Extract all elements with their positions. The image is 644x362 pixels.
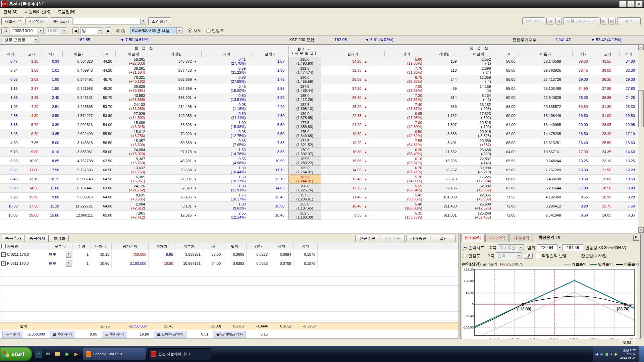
messenger-icon[interactable]: ◉ [63,350,70,358]
tray-icon-4[interactable]: ◆ [614,352,617,356]
chart-settings-icon[interactable]: Ψ [524,253,533,259]
chain-row[interactable]: 5.709.006.103.88595158.0024,984(+15,920)… [0,147,638,157]
pos-col-header[interactable]: 감마 [247,243,270,250]
tray-icon-2[interactable]: ◼ [605,352,608,356]
pnl-analysis-button[interactable]: 손익분석 [522,17,545,25]
restart-button[interactable]: 새로시작 [1,17,24,25]
tray-icon-3[interactable]: ♦ [610,352,612,356]
order-button-3[interactable]: 설정 [432,235,456,242]
chain-row[interactable]: 1.994.202.511.22559853.7024,133(+13,059)… [0,102,638,111]
start-button[interactable]: start [0,347,32,361]
chain-row[interactable]: 1.162.571.500.72198849.2036,829(+20,891)… [0,84,638,93]
chevron-down-icon[interactable]: ▼ [33,37,39,43]
email-icon[interactable]: ✉ [44,350,52,358]
sim-prev-button[interactable]: ◀ [555,18,562,24]
chevron-down-icon[interactable]: ▼ [518,245,524,251]
chevron-down-icon[interactable]: ▼ [140,18,146,24]
sim-start-button[interactable]: 시뮬레이션 시작 [563,17,599,25]
position-row[interactable]: ✓C 0811 170.0매도▼110.15750,0008.653.88595… [0,250,459,259]
futures-combobox[interactable]: 선물 근월물 ▼ [3,37,39,43]
chain-row[interactable]: 10.3017.5011.1011.22972164.002,984(+2,61… [0,202,638,211]
menu-item-1[interactable]: 시뮬레이션(S) [25,9,50,15]
range-to-input[interactable] [562,244,583,251]
range-from-input[interactable] [537,244,557,251]
series-combobox[interactable]: KOSPI200 08년 11월 ▼ [130,27,182,34]
order-button-1[interactable]: 청산주문 [381,235,405,242]
sim-next-button[interactable]: ▶ [600,18,607,24]
task-button-0[interactable]: Leading Star Plus [83,348,146,360]
chain-scrollbar[interactable]: ▲▼ [638,45,644,233]
media-player-icon[interactable]: ▶ [72,350,80,358]
chain-row[interactable]: 3.956.704.852.52249055.5015,012(+6,756)7… [0,129,638,138]
pos-col-header[interactable]: 이론가 [175,243,203,250]
sim-last-button[interactable]: ▶| [608,18,616,24]
quote-radio[interactable]: 시세 [188,28,202,34]
sensitivity-radio[interactable]: 민감도 [206,28,224,34]
menu-item-0[interactable]: 관리(M) [3,9,17,15]
chain-row[interactable]: 6.6510.508.854.75278862.509,307(+6,269)4… [0,157,638,166]
chevron-down-icon[interactable]: ▼ [66,260,71,267]
pos-col-header[interactable]: 수량 [72,243,91,250]
pos-col-header[interactable]: I.V [203,243,223,250]
sensitivity-chart-radio[interactable]: 민감도 [463,253,480,259]
settings-button[interactable]: 설정 [617,17,641,25]
chain-row[interactable]: 13.0519.0015.8012.96011165.007,861(+7,41… [0,211,638,220]
pos-col-header[interactable]: 델타 [223,243,247,250]
condition-settings-button[interactable]: 조건설정 [148,17,171,25]
tray-collapse-icon[interactable]: ◀ [595,352,598,356]
expand-icon[interactable]: ◤ [633,235,639,241]
show-desktop-bar[interactable] [639,346,644,362]
scroll-up-icon[interactable]: ▲ [638,45,644,50]
position-row[interactable]: ✓P 0811 170.0매도▼110.60-3,100,00016.8010.… [0,259,459,268]
chain-row[interactable]: 6.6011.607.505.75750660.5013,037(+7,763)… [0,166,638,175]
pos-col-header[interactable]: 베가 [293,243,318,250]
pos-col-header[interactable]: 구분 ▽ [49,243,72,250]
chevron-down-icon[interactable]: ▼ [38,28,43,34]
xaxis-combobox[interactable]: 기초자산 ▼ [498,244,524,251]
sim-first-button[interactable]: |◀ [546,18,554,24]
pos-col-header[interactable]: 종목명 [0,243,49,250]
chain-row[interactable]: 0.852.021.500.54649245.7076,321(+40,162)… [0,75,638,84]
minimize-button[interactable]: ─ [619,1,627,7]
chain-row[interactable]: 3.155.703.802.00251654.0015,686(+6,015)6… [0,120,638,129]
task-button-1[interactable]: 옵션 시뮬레이터3.1 [148,348,211,360]
chevron-down-icon[interactable]: ▼ [516,253,522,259]
ie-icon[interactable]: e [35,350,42,358]
tab-1[interactable]: 평가손익 [485,234,509,242]
pnl-chart-radio[interactable]: 손익차트 [463,245,484,251]
chain-row[interactable]: 4.607.855.003.14631858.5015,357(+6,609)5… [0,138,638,147]
time-combobox[interactable]: 15:00 ▼ [46,27,67,34]
chevron-down-icon[interactable]: ▼ [61,28,67,34]
chain-row[interactable]: 9.8014.5011.008.19744763.0024,126(+21,76… [0,184,638,193]
tray-icon-1[interactable]: ◉ [600,352,603,356]
maximize-button[interactable]: □ [627,1,635,7]
row-checkbox[interactable]: ✓ [1,252,6,257]
pos-col-header[interactable]: 세타 [270,243,293,250]
menu-item-2[interactable]: 도움말(H) [58,9,75,15]
tab-0[interactable]: 만기손익 [461,234,485,242]
tab-2[interactable]: 거래내역 [509,234,533,242]
chain-row[interactable]: 2.554.803.501.57422753.8027,929(+14,802)… [0,111,638,120]
period-combobox[interactable]: 일 ▼ [80,27,103,34]
positions-button-2[interactable]: 초기화 [50,235,69,242]
scroll-down-icon[interactable]: ▼ [638,227,644,233]
chain-row[interactable]: 8.4513.1010.156.90674864.506,305(+5,361)… [0,175,638,184]
chain-row[interactable]: 0.471.200.990.30482844.2058,361(+22,833)… [0,57,638,66]
step-forward-button[interactable]: ▶ [105,27,111,34]
pos-col-header[interactable]: 평가손익 [112,243,149,250]
confirmed-pnl-checkbox[interactable]: 확정손익 반영 [536,253,567,259]
chain-row[interactable]: 0.641.561.010.40994844.2039,261(+21,584)… [0,66,638,75]
search-icon[interactable] [1,27,9,34]
load-button[interactable]: 불러오기 [50,17,72,25]
chevron-down-icon[interactable]: ▼ [176,28,182,34]
save-button[interactable]: 저장하기 [25,17,48,25]
auto-icon[interactable]: AUTO [116,28,119,33]
positions-button-1[interactable]: 종목삭제 [26,235,49,242]
clock-icon[interactable]: ◷ [121,28,125,34]
preset-combobox[interactable]: ▼ [74,18,146,24]
close-button[interactable]: ✕ [635,1,643,7]
order-button-2[interactable]: 거래종료 [406,235,430,242]
chain-row[interactable]: 9.2015.909.809.63991664.008,635(+8,635)2… [0,193,638,202]
yaxis-combobox[interactable]: 손익 ▼ [496,252,522,259]
pos-col-header[interactable]: 현재가 [149,243,175,250]
